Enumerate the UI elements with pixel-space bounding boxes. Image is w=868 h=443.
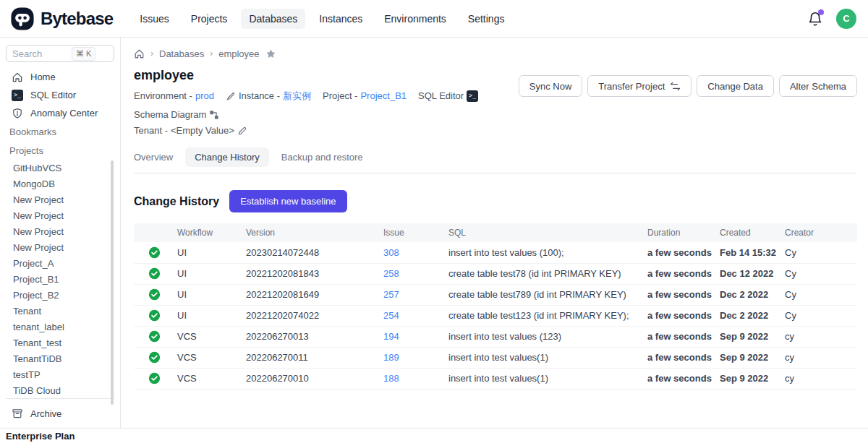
version-cell: 20230214072448 — [243, 242, 380, 263]
sidebar-item-archive[interactable]: Archive — [6, 403, 114, 423]
instance-link[interactable]: 新实例 — [283, 88, 311, 104]
breadcrumb-databases[interactable]: Databases — [159, 48, 204, 59]
sidebar-item-home[interactable]: Home — [6, 68, 114, 86]
projects-section-label: Projects — [6, 141, 114, 160]
nav-item-issues[interactable]: Issues — [132, 9, 176, 29]
main-content: › Databases › employee employee Environm… — [121, 38, 868, 428]
sql-editor-shortcut[interactable]: SQL Editor >_ — [418, 88, 478, 104]
plan-label: Enterprise Plan — [6, 431, 75, 442]
schema-diagram-shortcut[interactable]: Schema Diagram — [134, 107, 219, 123]
sidebar-project-item[interactable]: TenantTiDB — [6, 350, 114, 366]
transfer-project-label: Transfer Project — [598, 81, 665, 92]
success-check-icon — [148, 246, 161, 259]
sidebar-project-item[interactable]: New Project — [6, 223, 114, 239]
nav-item-instances[interactable]: Instances — [311, 9, 370, 29]
transfer-project-button[interactable]: Transfer Project — [587, 75, 692, 97]
sidebar-scrollbar[interactable] — [111, 160, 114, 405]
sidebar-project-item[interactable]: GitHubVCS — [6, 160, 114, 176]
sidebar-project-item[interactable]: tenant_label — [6, 319, 114, 335]
environment-label: Environment - — [134, 88, 192, 104]
duration-cell: a few seconds — [644, 242, 717, 263]
table-row: UI 20230214072448 308 insert into test v… — [134, 242, 857, 263]
change-data-button[interactable]: Change Data — [697, 75, 774, 97]
table-row: VCS 202206270010 188 insert into test va… — [134, 368, 857, 389]
sidebar-project-item[interactable]: Project_A — [6, 255, 114, 271]
db-header-left: employee Environment - prod — [134, 68, 519, 139]
schema-diagram-icon — [209, 110, 219, 120]
tab-change-history[interactable]: Change History — [185, 147, 269, 167]
nav-item-databases[interactable]: Databases — [241, 9, 305, 29]
home-icon — [12, 72, 23, 83]
bytebase-logo[interactable]: Bytebase — [10, 7, 113, 31]
success-check-icon — [148, 351, 161, 364]
sidebar-project-item[interactable]: New Project — [6, 239, 114, 255]
sidebar-project-item[interactable]: testTP — [6, 366, 114, 382]
tab-overview[interactable]: Overview — [134, 147, 173, 167]
sidebar-project-item[interactable]: New Project — [6, 192, 114, 207]
version-cell: 202206270011 — [243, 347, 380, 368]
tab-backup-and-restore[interactable]: Backup and restore — [281, 147, 363, 167]
created-cell: Sep 9 2022 — [717, 368, 782, 389]
column-header-status — [134, 223, 174, 242]
issue-link[interactable]: 308 — [383, 247, 399, 258]
notification-bell-icon[interactable] — [807, 11, 823, 27]
sync-now-button[interactable]: Sync Now — [519, 75, 583, 97]
workflow-cell: VCS — [174, 326, 243, 347]
nav-item-environments[interactable]: Environments — [376, 9, 454, 29]
nav-item-projects[interactable]: Projects — [183, 9, 236, 29]
project-link[interactable]: Project_B1 — [360, 88, 407, 104]
breadcrumb: › Databases › employee — [134, 46, 857, 61]
breadcrumb-home-icon[interactable] — [134, 48, 145, 59]
brand-name: Bytebase — [41, 9, 113, 29]
sidebar-project-item[interactable]: Tenant_test — [6, 335, 114, 350]
issue-link[interactable]: 188 — [383, 373, 399, 384]
duration-cell: a few seconds — [644, 263, 717, 284]
sql-cell: create table test78 (id int PRIMARY KEY) — [446, 263, 644, 284]
sidebar-project-item[interactable]: MongoDB — [6, 176, 114, 192]
terminal-icon: >_ — [467, 90, 478, 102]
shield-icon — [12, 108, 23, 119]
alter-schema-button[interactable]: Alter Schema — [779, 75, 857, 97]
establish-baseline-button[interactable]: Establish new baseline — [229, 190, 346, 212]
schema-diagram-label: Schema Diagram — [134, 107, 206, 123]
issue-link[interactable]: 257 — [383, 289, 399, 300]
sidebar-project-item[interactable]: TiDB Cloud — [6, 382, 114, 398]
sidebar-item-sql-editor[interactable]: >_ SQL Editor — [6, 86, 114, 104]
sidebar-bottom: Archive — [6, 398, 114, 428]
created-cell: Dec 2 2022 — [717, 305, 782, 326]
sidebar-item-anomaly-center[interactable]: Anomaly Center — [6, 104, 114, 122]
archive-icon — [12, 408, 23, 419]
workflow-cell: VCS — [174, 368, 243, 389]
sidebar-project-item[interactable]: Project_B1 — [6, 271, 114, 287]
breadcrumb-separator: › — [150, 48, 153, 59]
sidebar-project-item[interactable]: New Project — [6, 207, 114, 223]
issue-link[interactable]: 254 — [383, 310, 399, 321]
table-row: VCS 202206270011 189 insert into test va… — [134, 347, 857, 368]
change-history-table: WorkflowVersionIssueSQLDurationCreatedCr… — [134, 223, 857, 390]
sidebar-project-item[interactable]: Tenant — [6, 303, 114, 319]
creator-cell: Cy — [782, 263, 857, 284]
app-window: Bytebase IssuesProjectsDatabasesInstance… — [0, 0, 868, 443]
created-cell: Dec 2 2022 — [717, 284, 782, 305]
creator-cell: Cy — [782, 284, 857, 305]
sql-cell: insert into test values (100); — [446, 242, 644, 263]
nav-item-settings[interactable]: Settings — [460, 9, 513, 29]
sidebar-project-item[interactable]: Project_B2 — [6, 287, 114, 303]
bookmark-star-icon[interactable] — [265, 48, 276, 59]
issue-link[interactable]: 258 — [383, 268, 399, 279]
environment-link[interactable]: prod — [195, 88, 214, 104]
issue-link[interactable]: 194 — [383, 331, 399, 342]
sidebar-item-label: Home — [30, 72, 56, 82]
user-avatar[interactable]: C — [836, 9, 856, 29]
creator-cell: cy — [782, 368, 857, 389]
edit-pencil-icon[interactable] — [237, 126, 247, 136]
success-check-icon — [148, 267, 161, 280]
version-cell: 20221202081843 — [243, 263, 380, 284]
tenant-label: Tenant - — [134, 123, 168, 139]
db-tabs: OverviewChange HistoryBackup and restore — [134, 147, 857, 173]
search-input[interactable] — [12, 48, 72, 59]
issue-link[interactable]: 189 — [383, 352, 399, 363]
bookmarks-section-label: Bookmarks — [6, 122, 114, 141]
search-box[interactable]: ⌘ K — [6, 45, 114, 62]
column-header-duration: Duration — [644, 223, 717, 242]
